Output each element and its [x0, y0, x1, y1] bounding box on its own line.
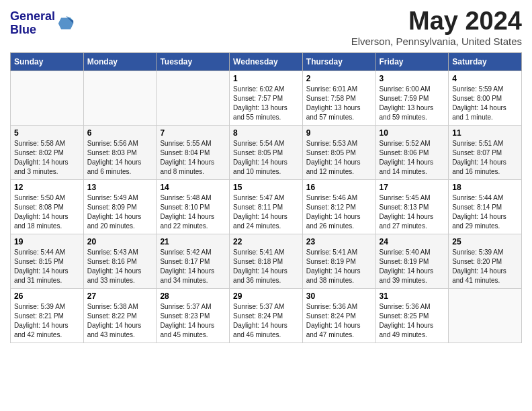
day-number: 25 — [452, 237, 518, 246]
day-info: Sunrise: 6:02 AM Sunset: 7:57 PM Dayligh… — [233, 85, 299, 122]
calendar-cell: 15Sunrise: 5:47 AM Sunset: 8:11 PM Dayli… — [230, 180, 303, 234]
calendar-cell: 2Sunrise: 6:01 AM Sunset: 7:58 PM Daylig… — [302, 71, 375, 126]
calendar-cell: 25Sunrise: 5:39 AM Sunset: 8:20 PM Dayli… — [449, 234, 522, 289]
day-info: Sunrise: 5:56 AM Sunset: 8:03 PM Dayligh… — [87, 139, 153, 177]
weekday-header: Friday — [375, 53, 449, 71]
calendar-cell: 20Sunrise: 5:43 AM Sunset: 8:16 PM Dayli… — [83, 234, 157, 289]
weekday-header-row: SundayMondayTuesdayWednesdayThursdayFrid… — [11, 53, 522, 71]
day-info: Sunrise: 5:47 AM Sunset: 8:11 PM Dayligh… — [233, 193, 299, 231]
calendar-cell — [11, 71, 84, 126]
day-number: 17 — [380, 183, 445, 192]
calendar-cell — [157, 71, 230, 126]
day-number: 6 — [87, 128, 153, 138]
day-info: Sunrise: 5:59 AM Sunset: 8:00 PM Dayligh… — [452, 85, 518, 122]
calendar-cell: 30Sunrise: 5:36 AM Sunset: 8:24 PM Dayli… — [302, 289, 375, 343]
day-info: Sunrise: 5:36 AM Sunset: 8:25 PM Dayligh… — [380, 302, 445, 340]
calendar-cell — [83, 71, 157, 126]
calendar-cell: 3Sunrise: 6:00 AM Sunset: 7:59 PM Daylig… — [375, 71, 449, 126]
day-info: Sunrise: 5:44 AM Sunset: 8:15 PM Dayligh… — [14, 248, 80, 285]
day-number: 23 — [306, 237, 372, 246]
day-number: 20 — [87, 237, 153, 246]
calendar-week-row: 12Sunrise: 5:50 AM Sunset: 8:08 PM Dayli… — [11, 180, 522, 234]
calendar-week-row: 26Sunrise: 5:39 AM Sunset: 8:21 PM Dayli… — [11, 289, 522, 343]
calendar-cell: 17Sunrise: 5:45 AM Sunset: 8:13 PM Dayli… — [375, 180, 449, 234]
day-info: Sunrise: 5:50 AM Sunset: 8:08 PM Dayligh… — [14, 193, 80, 231]
day-number: 1 — [233, 74, 299, 83]
day-info: Sunrise: 5:46 AM Sunset: 8:12 PM Dayligh… — [306, 193, 372, 231]
weekday-header: Monday — [83, 53, 157, 71]
day-number: 9 — [306, 128, 372, 138]
day-info: Sunrise: 5:52 AM Sunset: 8:06 PM Dayligh… — [380, 139, 445, 177]
calendar-week-row: 1Sunrise: 6:02 AM Sunset: 7:57 PM Daylig… — [11, 71, 522, 126]
day-number: 30 — [306, 291, 372, 301]
day-number: 18 — [452, 183, 518, 192]
day-number: 3 — [380, 74, 445, 83]
day-number: 21 — [160, 237, 226, 246]
calendar-cell — [449, 289, 522, 343]
day-info: Sunrise: 5:39 AM Sunset: 8:21 PM Dayligh… — [14, 302, 80, 340]
calendar-cell: 16Sunrise: 5:46 AM Sunset: 8:12 PM Dayli… — [302, 180, 375, 234]
day-number: 19 — [14, 237, 80, 246]
day-number: 5 — [14, 128, 80, 138]
calendar-cell: 11Sunrise: 5:51 AM Sunset: 8:07 PM Dayli… — [449, 126, 522, 180]
day-number: 29 — [233, 291, 299, 301]
calendar-week-row: 5Sunrise: 5:58 AM Sunset: 8:02 PM Daylig… — [11, 126, 522, 180]
weekday-header: Wednesday — [230, 53, 303, 71]
day-number: 4 — [452, 74, 518, 83]
calendar-cell: 28Sunrise: 5:37 AM Sunset: 8:23 PM Dayli… — [157, 289, 230, 343]
day-number: 14 — [160, 183, 226, 192]
day-info: Sunrise: 6:00 AM Sunset: 7:59 PM Dayligh… — [380, 85, 445, 122]
calendar-cell: 31Sunrise: 5:36 AM Sunset: 8:25 PM Dayli… — [375, 289, 449, 343]
weekday-header: Thursday — [302, 53, 375, 71]
day-info: Sunrise: 5:45 AM Sunset: 8:13 PM Dayligh… — [380, 193, 445, 231]
weekday-header: Sunday — [11, 53, 84, 71]
weekday-header: Saturday — [449, 53, 522, 71]
day-info: Sunrise: 5:41 AM Sunset: 8:18 PM Dayligh… — [233, 248, 299, 285]
calendar-cell: 1Sunrise: 6:02 AM Sunset: 7:57 PM Daylig… — [230, 71, 303, 126]
day-info: Sunrise: 5:48 AM Sunset: 8:10 PM Dayligh… — [160, 193, 226, 231]
calendar-cell: 26Sunrise: 5:39 AM Sunset: 8:21 PM Dayli… — [11, 289, 84, 343]
calendar-cell: 8Sunrise: 5:54 AM Sunset: 8:05 PM Daylig… — [230, 126, 303, 180]
calendar-cell: 14Sunrise: 5:48 AM Sunset: 8:10 PM Dayli… — [157, 180, 230, 234]
calendar-table: SundayMondayTuesdayWednesdayThursdayFrid… — [10, 52, 522, 343]
day-number: 28 — [160, 291, 226, 301]
day-number: 15 — [233, 183, 299, 192]
logo-text: GeneralBlue — [10, 10, 55, 37]
day-number: 10 — [380, 128, 445, 138]
day-number: 31 — [380, 291, 445, 301]
day-number: 11 — [452, 128, 518, 138]
day-info: Sunrise: 5:53 AM Sunset: 8:05 PM Dayligh… — [306, 139, 372, 177]
calendar-cell: 27Sunrise: 5:38 AM Sunset: 8:22 PM Dayli… — [83, 289, 157, 343]
calendar-cell: 18Sunrise: 5:44 AM Sunset: 8:14 PM Dayli… — [449, 180, 522, 234]
day-info: Sunrise: 5:54 AM Sunset: 8:05 PM Dayligh… — [233, 139, 299, 177]
day-number: 2 — [306, 74, 372, 83]
day-info: Sunrise: 5:39 AM Sunset: 8:20 PM Dayligh… — [452, 248, 518, 285]
day-info: Sunrise: 5:44 AM Sunset: 8:14 PM Dayligh… — [452, 193, 518, 231]
day-info: Sunrise: 5:58 AM Sunset: 8:02 PM Dayligh… — [14, 139, 80, 177]
calendar-cell: 29Sunrise: 5:37 AM Sunset: 8:24 PM Dayli… — [230, 289, 303, 343]
day-info: Sunrise: 5:49 AM Sunset: 8:09 PM Dayligh… — [87, 193, 153, 231]
month-title: May 2024 — [351, 7, 522, 36]
day-number: 26 — [14, 291, 80, 301]
calendar-cell: 21Sunrise: 5:42 AM Sunset: 8:17 PM Dayli… — [157, 234, 230, 289]
day-info: Sunrise: 5:36 AM Sunset: 8:24 PM Dayligh… — [306, 302, 372, 340]
calendar-cell: 19Sunrise: 5:44 AM Sunset: 8:15 PM Dayli… — [11, 234, 84, 289]
day-number: 22 — [233, 237, 299, 246]
calendar-week-row: 19Sunrise: 5:44 AM Sunset: 8:15 PM Dayli… — [11, 234, 522, 289]
page-header: GeneralBlue May 2024 Elverson, Pennsylva… — [10, 7, 522, 47]
calendar-cell: 10Sunrise: 5:52 AM Sunset: 8:06 PM Dayli… — [375, 126, 449, 180]
title-block: May 2024 Elverson, Pennsylvania, United … — [351, 7, 522, 47]
day-number: 7 — [160, 128, 226, 138]
day-info: Sunrise: 5:55 AM Sunset: 8:04 PM Dayligh… — [160, 139, 226, 177]
calendar-cell: 6Sunrise: 5:56 AM Sunset: 8:03 PM Daylig… — [83, 126, 157, 180]
day-number: 27 — [87, 291, 153, 301]
calendar-cell: 13Sunrise: 5:49 AM Sunset: 8:09 PM Dayli… — [83, 180, 157, 234]
location-subtitle: Elverson, Pennsylvania, United States — [351, 36, 522, 47]
calendar-cell: 7Sunrise: 5:55 AM Sunset: 8:04 PM Daylig… — [157, 126, 230, 180]
calendar-cell: 22Sunrise: 5:41 AM Sunset: 8:18 PM Dayli… — [230, 234, 303, 289]
day-info: Sunrise: 5:42 AM Sunset: 8:17 PM Dayligh… — [160, 248, 226, 285]
day-number: 24 — [380, 237, 445, 246]
day-info: Sunrise: 5:40 AM Sunset: 8:19 PM Dayligh… — [380, 248, 445, 285]
day-info: Sunrise: 5:43 AM Sunset: 8:16 PM Dayligh… — [87, 248, 153, 285]
calendar-cell: 12Sunrise: 5:50 AM Sunset: 8:08 PM Dayli… — [11, 180, 84, 234]
